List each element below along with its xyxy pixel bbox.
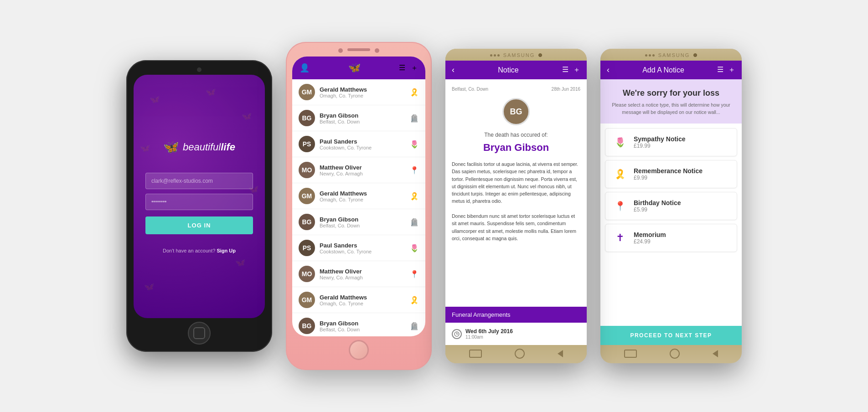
remembrance-notice-option[interactable]: 🎗️ Rememberance Notice £9.99 — [605, 160, 737, 188]
flower-badge: 🌷 — [410, 244, 419, 252]
header-actions: ☰ ＋ — [717, 65, 735, 75]
front-camera — [338, 48, 343, 53]
grave-badge: 🪦 — [410, 322, 419, 330]
list-item[interactable]: GM Gerald Matthews Omagh, Co. Tyrone 🎗️ — [292, 79, 425, 105]
memorium-option[interactable]: ✝ Memorium £24.99 — [605, 224, 737, 252]
list-item[interactable]: BG Bryan Gibson Belfast, Co. Down 🪦 — [292, 209, 425, 235]
avatar: PS — [299, 240, 315, 256]
option-price: £19.99 — [634, 143, 730, 149]
home-button[interactable] — [349, 340, 369, 360]
hero-heading: We're sorry for your loss — [610, 88, 733, 98]
avatar: GM — [299, 292, 315, 308]
grave-badge: 🪦 — [410, 218, 419, 227]
list-item[interactable]: BG Bryan Gibson Belfast, Co. Down 🪦 — [292, 313, 425, 336]
recent-apps-button[interactable] — [469, 350, 482, 358]
add-icon[interactable]: ＋ — [573, 65, 580, 75]
speaker-dots — [645, 54, 655, 57]
contact-location: Omagh, Co. Tyrone — [320, 301, 405, 306]
list-icon[interactable]: ☰ — [399, 63, 405, 73]
birthday-notice-option[interactable]: 📍 Birthday Notice £5.99 — [605, 192, 737, 220]
contact-info: Bryan Gibson Belfast, Co. Down — [320, 216, 405, 228]
contact-name: Matthew Oliver — [320, 164, 405, 171]
sympathy-icon: 🌷 — [612, 134, 628, 150]
speaker-dots — [490, 54, 500, 57]
avatar: MO — [299, 162, 315, 178]
deceased-name: Bryan Gibson — [452, 140, 580, 155]
option-info: Sympathy Notice £19.99 — [634, 135, 730, 149]
contact-name: Bryan Gibson — [320, 112, 405, 119]
notice-body-1: Donec facilisis tortor ut augue lacinia,… — [452, 160, 580, 205]
logo-butterfly-icon: 🦋 — [163, 139, 179, 154]
contact-location: Cookstown, Co. Tyrone — [320, 249, 405, 254]
profile-icon[interactable]: 👤 — [300, 63, 310, 73]
front-camera-2 — [375, 48, 379, 53]
phone-4-samsung-silver: SAMSUNG ‹ Add A Notice ☰ ＋ We're sorry f… — [600, 49, 742, 363]
avatar: PS — [299, 136, 315, 152]
list-item[interactable]: MO Matthew Oliver Newry, Co. Armagh 📍 — [292, 261, 425, 287]
samsung-top-bar: SAMSUNG — [445, 49, 587, 61]
contact-location: Omagh, Co. Tyrone — [320, 93, 405, 98]
list-icon[interactable]: ☰ — [717, 65, 723, 75]
contact-location: Belfast, Co. Down — [320, 223, 405, 228]
back-button[interactable]: ‹ — [452, 65, 455, 75]
login-button[interactable]: LOG IN — [145, 216, 253, 234]
proceed-button[interactable]: PROCEED TO NEXT STEP — [600, 326, 742, 345]
password-input[interactable] — [145, 194, 253, 210]
contact-info: Paul Sanders Cookstown, Co. Tyrone — [320, 138, 405, 150]
sympathy-notice-option[interactable]: 🌷 Sympathy Notice £19.99 — [605, 128, 737, 156]
recent-apps-button[interactable] — [624, 350, 637, 358]
option-info: Birthday Notice £5.99 — [634, 199, 730, 213]
list-icon[interactable]: ☰ — [562, 65, 568, 75]
contact-name: Matthew Oliver — [320, 268, 405, 275]
cross-icon: ✝ — [612, 230, 628, 246]
list-item[interactable]: PS Paul Sanders Cookstown, Co. Tyrone 🌷 — [292, 235, 425, 261]
add-icon[interactable]: ＋ — [411, 63, 418, 73]
list-item[interactable]: GM Gerald Matthews Omagh, Co. Tyrone 🎗️ — [292, 183, 425, 209]
contact-info: Bryan Gibson Belfast, Co. Down — [320, 320, 405, 332]
add-icon[interactable]: ＋ — [728, 65, 735, 75]
avatar: GM — [299, 84, 315, 100]
pin-badge: 📍 — [410, 270, 419, 278]
home-button[interactable] — [188, 322, 211, 345]
back-button[interactable]: ‹ — [607, 65, 610, 75]
funeral-arrangements-bar: Funeral Arrangements — [445, 307, 587, 323]
contact-info: Paul Sanders Cookstown, Co. Tyrone — [320, 242, 405, 254]
avatar: GM — [299, 188, 315, 204]
contact-location: Belfast, Co. Down — [320, 327, 405, 332]
logo-butterfly-icon: 🦋 — [348, 62, 361, 74]
login-form: LOG IN — [145, 173, 253, 234]
option-info: Rememberance Notice £9.99 — [634, 167, 730, 181]
contact-location: Belfast, Co. Down — [320, 119, 405, 124]
list-item[interactable]: BG Bryan Gibson Belfast, Co. Down 🪦 — [292, 105, 425, 131]
samsung-top-bar: SAMSUNG — [600, 49, 742, 61]
signup-link[interactable]: Sign Up — [217, 248, 236, 253]
pin-icon: 📍 — [612, 198, 628, 214]
contact-info: Bryan Gibson Belfast, Co. Down — [320, 112, 405, 124]
back-button-nav[interactable] — [558, 350, 563, 357]
home-button[interactable] — [515, 349, 525, 359]
death-subtitle: The death has occured of: — [452, 131, 580, 139]
email-input[interactable] — [145, 173, 253, 189]
notice-date: 28th Jun 2016 — [552, 86, 580, 93]
home-button[interactable] — [670, 349, 680, 359]
contact-info: Gerald Matthews Omagh, Co. Tyrone — [320, 294, 405, 306]
logo-text: beautifullife — [183, 141, 235, 153]
app-logo: 🦋 beautifullife — [163, 139, 235, 154]
list-item[interactable]: PS Paul Sanders Cookstown, Co. Tyrone 🌷 — [292, 131, 425, 157]
login-screen: 🦋 🦋 🦋 🦋 🦋 🦋 🦋 🦋 🦋 beautifullife LOG IN D… — [134, 75, 265, 318]
add-notice-screen: ‹ Add A Notice ☰ ＋ We're sorry for your … — [600, 61, 742, 345]
contact-name: Paul Sanders — [320, 242, 405, 249]
contact-location: Newry, Co. Armagh — [320, 171, 405, 176]
ribbon-badge: 🎗️ — [410, 88, 419, 97]
list-item[interactable]: MO Matthew Oliver Newry, Co. Armagh 📍 — [292, 157, 425, 183]
contact-location: Newry, Co. Armagh — [320, 275, 405, 280]
grave-badge: 🪦 — [410, 114, 419, 123]
contact-info: Matthew Oliver Newry, Co. Armagh — [320, 268, 405, 280]
contact-name: Bryan Gibson — [320, 320, 405, 327]
option-price: £24.99 — [634, 238, 730, 245]
contact-name: Gerald Matthews — [320, 86, 405, 93]
notice-meta: Belfast, Co. Down 28th Jun 2016 — [452, 86, 580, 93]
back-button-nav[interactable] — [713, 350, 718, 357]
list-item[interactable]: GM Gerald Matthews Omagh, Co. Tyrone 🎗️ — [292, 287, 425, 313]
samsung-nav-bar — [445, 345, 587, 363]
